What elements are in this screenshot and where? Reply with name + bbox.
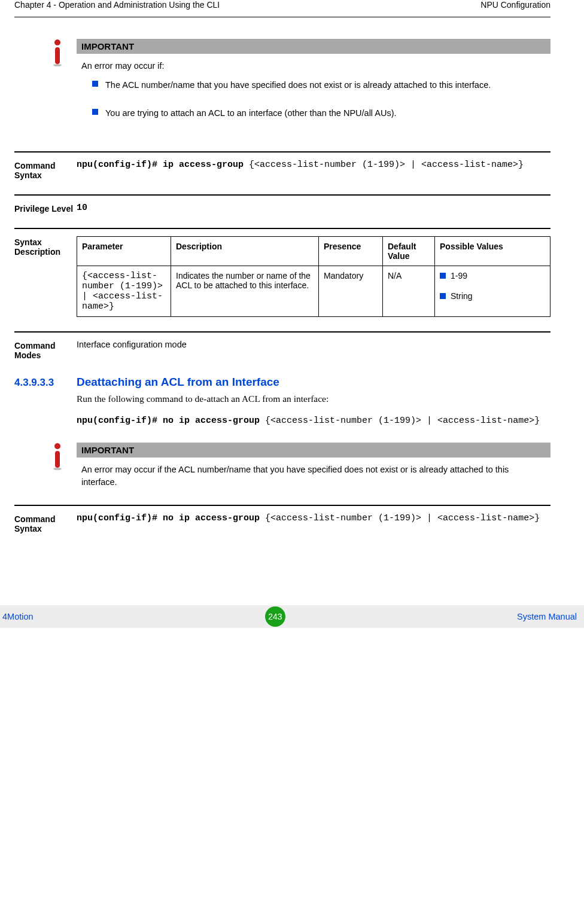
th-parameter: Parameter bbox=[77, 236, 171, 266]
header-rule bbox=[14, 17, 550, 17]
cmd-rest: {<access-list-number (1-199)> | <access-… bbox=[244, 160, 524, 170]
svg-point-0 bbox=[54, 39, 60, 45]
important-bullet-text: You are trying to attach an ACL to an in… bbox=[105, 107, 397, 119]
important-bullet-text: The ACL number/name that you have specif… bbox=[105, 79, 491, 91]
important-bullet: You are trying to attach an ACL to an in… bbox=[81, 107, 546, 119]
svg-rect-4 bbox=[55, 451, 60, 468]
possible-value: String bbox=[451, 291, 473, 301]
td-default: N/A bbox=[383, 266, 435, 316]
td-presence: Mandatory bbox=[319, 266, 383, 316]
command-syntax-value: npu(config-if)# ip access-group {<access… bbox=[77, 160, 550, 180]
bullet-icon bbox=[440, 273, 446, 279]
syntax-description-label: Syntax Description bbox=[14, 236, 77, 317]
footer-left: 4Motion bbox=[0, 612, 34, 621]
cmd-rest: {<access-list-number (1-199)> | <access-… bbox=[260, 513, 540, 523]
privilege-level-label: Privilege Level bbox=[14, 203, 77, 214]
svg-point-3 bbox=[54, 443, 60, 449]
table-header-row: Parameter Description Presence Default V… bbox=[77, 236, 550, 266]
th-possible: Possible Values bbox=[435, 236, 550, 266]
important-label: IMPORTANT bbox=[77, 39, 550, 54]
important-intro: An error may occur if: bbox=[81, 60, 546, 72]
svg-rect-1 bbox=[55, 47, 60, 64]
section-title: Deattaching an ACL from an Interface bbox=[77, 376, 279, 389]
td-description: Indicates the number or name of the ACL … bbox=[171, 266, 319, 316]
td-parameter: {<access-list-number (1-199)> | <access-… bbox=[77, 266, 171, 316]
bullet-icon bbox=[92, 109, 98, 115]
command-syntax-value: npu(config-if)# no ip access-group {<acc… bbox=[77, 513, 550, 533]
possible-value: 1-99 bbox=[451, 271, 467, 280]
page-number-badge: 243 bbox=[265, 606, 285, 627]
cmd-rest: {<access-list-number (1-199)> | <access-… bbox=[260, 416, 540, 426]
footer-right: System Manual bbox=[517, 612, 577, 621]
header-left: Chapter 4 - Operation and Administration… bbox=[14, 0, 220, 10]
cmd-bold: npu(config-if)# no ip access-group bbox=[77, 416, 260, 426]
important-icon bbox=[38, 443, 77, 490]
important-bullet: The ACL number/name that you have specif… bbox=[81, 79, 546, 91]
command-syntax-label: Command Syntax bbox=[14, 513, 77, 533]
svg-point-5 bbox=[53, 468, 62, 470]
command-modes-value: Interface configuration mode bbox=[77, 340, 550, 360]
section-code: npu(config-if)# no ip access-group {<acc… bbox=[77, 413, 550, 430]
th-presence: Presence bbox=[319, 236, 383, 266]
bullet-icon bbox=[92, 81, 98, 87]
important-label: IMPORTANT bbox=[77, 443, 550, 458]
section-number: 4.3.9.3.3 bbox=[14, 377, 77, 389]
command-syntax-label: Command Syntax bbox=[14, 160, 77, 180]
header-right: NPU Configuration bbox=[480, 0, 550, 10]
cmd-bold: npu(config-if)# no ip access-group bbox=[77, 513, 260, 523]
th-description: Description bbox=[171, 236, 319, 266]
table-row: {<access-list-number (1-199)> | <access-… bbox=[77, 266, 550, 316]
section-intro: Run the following command to de-attach a… bbox=[77, 394, 550, 404]
svg-point-2 bbox=[53, 64, 62, 66]
cmd-bold: npu(config-if)# ip access-group bbox=[77, 160, 244, 170]
command-modes-label: Command Modes bbox=[14, 340, 77, 360]
th-default: Default Value bbox=[383, 236, 435, 266]
important-text: An error may occur if the ACL number/nam… bbox=[77, 458, 550, 490]
bullet-icon bbox=[440, 293, 446, 299]
td-possible: 1-99 String bbox=[435, 266, 550, 316]
footer: 4Motion 243 System Manual bbox=[0, 605, 584, 628]
privilege-level-value: 10 bbox=[77, 203, 550, 214]
syntax-description-table: Parameter Description Presence Default V… bbox=[77, 236, 550, 317]
important-icon bbox=[38, 39, 77, 137]
